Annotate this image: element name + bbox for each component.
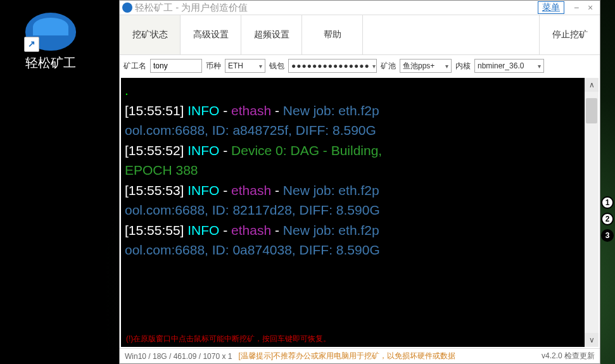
log-line: [15:55:53] INFO - ethash - New job: eth.… xyxy=(125,180,581,201)
scroll-thumb[interactable] xyxy=(586,98,597,123)
toolbar-spacer xyxy=(363,15,539,54)
scroll-down-button[interactable]: ∨ xyxy=(585,333,599,347)
wallet-value: ●●●●●●●●●●●●●●● xyxy=(291,61,370,70)
log-line: ool.com:6688, ID: 82117d28, DIFF: 8.590G xyxy=(125,200,581,220)
app-icon xyxy=(25,13,76,51)
miner-name-input[interactable] xyxy=(150,59,202,73)
pool-value: 鱼池pps+ xyxy=(403,61,434,72)
window-logo-icon xyxy=(122,3,132,13)
pool-label: 矿池 xyxy=(381,61,396,72)
badge-2[interactable]: 2 xyxy=(601,213,614,225)
terminal-scrollbar: ∧ ∨ xyxy=(585,78,599,347)
config-row: 矿工名 币种 ETH▾ 钱包 ●●●●●●●●●●●●●●●▾ 矿池 鱼池pps… xyxy=(120,55,600,77)
badge-1[interactable]: 1 xyxy=(601,196,614,209)
chevron-down-icon: ▾ xyxy=(372,63,376,70)
chevron-down-icon: ▾ xyxy=(259,63,262,70)
log-line: ool.com:6688, ID: a848725f, DIFF: 8.590G xyxy=(125,120,581,141)
kernel-label: 内核 xyxy=(455,61,471,72)
log-line: [15:55:51] INFO - ethash - New job: eth.… xyxy=(125,101,581,121)
titlebar: 轻松矿工 - 为用户创造价值 菜单 − × xyxy=(120,1,600,15)
log-line: [15:55:55] INFO - ethash - New job: eth.… xyxy=(125,220,581,241)
log-line: [15:55:52] INFO - Device 0: DAG - Buildi… xyxy=(125,141,581,161)
pool-select[interactable]: 鱼池pps+▾ xyxy=(400,59,452,73)
tab-overclock-settings[interactable]: 超频设置 xyxy=(241,15,302,54)
kernel-select[interactable]: nbminer_36.0▾ xyxy=(474,59,544,73)
statusbar: Win10 / 18G / 461.09 / 1070 x 1 [温馨提示]不推… xyxy=(120,348,600,363)
coin-value: ETH xyxy=(228,61,243,70)
desktop-shortcut[interactable]: 轻松矿工 xyxy=(6,13,95,72)
chevron-down-icon: ▾ xyxy=(445,63,448,70)
coin-label: 币种 xyxy=(206,61,221,72)
status-tip: [温馨提示]不推荐办公或家用电脑用于挖矿，以免损坏硬件或数据 xyxy=(238,351,535,361)
terminal-container: . [15:55:51] INFO - ethash - New job: et… xyxy=(120,77,600,348)
log-dot: . xyxy=(125,83,129,97)
terminal-output[interactable]: . [15:55:51] INFO - ethash - New job: et… xyxy=(121,78,585,347)
log-line: ool.com:6688, ID: 0a874038, DIFF: 8.590G xyxy=(125,240,581,260)
tab-help[interactable]: 帮助 xyxy=(302,15,363,54)
coin-select[interactable]: ETH▾ xyxy=(225,59,265,73)
wallet-label: 钱包 xyxy=(269,61,284,72)
tab-mining-status[interactable]: 挖矿状态 xyxy=(120,15,181,54)
miner-name-label: 矿工名 xyxy=(124,61,146,72)
scroll-up-button[interactable]: ∧ xyxy=(585,78,599,92)
kernel-value: nbminer_36.0 xyxy=(478,61,524,70)
badge-3[interactable]: 3 xyxy=(601,229,614,242)
main-window: 轻松矿工 - 为用户创造价值 菜单 − × 挖矿状态 高级设置 超频设置 帮助 … xyxy=(119,0,600,364)
scroll-track[interactable] xyxy=(585,92,599,333)
log-line: EPOCH 388 xyxy=(125,160,581,180)
toolbar: 挖矿状态 高级设置 超频设置 帮助 停止挖矿 xyxy=(120,15,600,55)
terminal-warning: (!)在原版窗口中点击鼠标可能中断挖矿，按回车键即可恢复。 xyxy=(126,333,331,344)
minimize-button[interactable]: − xyxy=(569,3,583,13)
tab-advanced-settings[interactable]: 高级设置 xyxy=(181,15,241,54)
desktop-shortcut-label: 轻松矿工 xyxy=(6,54,95,72)
menu-button[interactable]: 菜单 xyxy=(538,1,564,14)
chevron-down-icon: ▾ xyxy=(538,63,541,70)
side-badges: 1 2 3 xyxy=(601,196,614,242)
system-info: Win10 / 18G / 461.09 / 1070 x 1 xyxy=(125,352,232,361)
close-button[interactable]: × xyxy=(583,3,597,13)
version-check-update[interactable]: v4.2.0 检查更新 xyxy=(542,351,595,361)
stop-mining-button[interactable]: 停止挖矿 xyxy=(539,15,600,54)
window-title: 轻松矿工 - 为用户创造价值 xyxy=(135,2,538,14)
wallet-select[interactable]: ●●●●●●●●●●●●●●●▾ xyxy=(288,59,377,73)
